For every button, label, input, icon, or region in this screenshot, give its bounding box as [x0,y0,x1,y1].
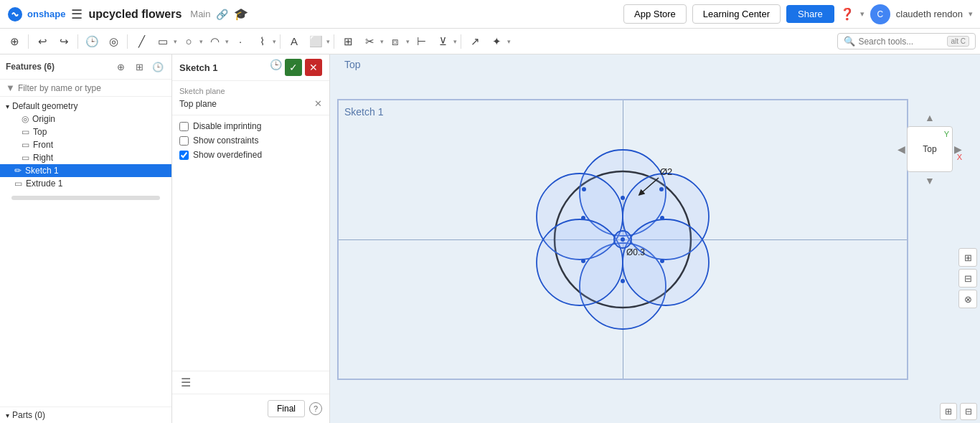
nav-cube-y-label: Y [944,130,949,138]
disable-imprinting-checkbox[interactable] [179,122,189,131]
mirror-tool[interactable]: ⧈ [385,32,405,52]
list-item[interactable]: ▭ Right [0,151,171,164]
trim-dropdown-icon[interactable]: ▾ [380,38,384,45]
rt-btn-1[interactable]: ⊞ [958,248,977,267]
measure-button[interactable]: ◎ [103,32,123,52]
panel-settings-icon[interactable]: ⊞ [131,59,147,75]
arc-tool[interactable]: ◠ [204,32,225,52]
sketch-plane-clear-icon[interactable]: ✕ [314,98,322,109]
trim-tool[interactable]: ✂ [359,32,380,52]
edit-dropdown-icon[interactable]: ▾ [507,38,511,45]
nav-up-icon[interactable]: ▲ [925,112,935,123]
sketch-panel-header: Sketch 1 🕒 ✓ ✕ [172,54,329,81]
list-icon[interactable]: ☰ [178,374,194,391]
final-button[interactable]: Final [268,400,305,417]
circle-tool-group[interactable]: ○ ▾ [179,32,203,52]
show-constraints-option[interactable]: Show constraints [179,136,322,146]
constraint-tool[interactable]: ⊻ [433,32,453,52]
user-menu-chevron-icon[interactable]: ▾ [969,9,973,19]
link-icon[interactable]: 🔗 [216,9,228,20]
panel-clock-icon[interactable]: 🕒 [150,59,166,75]
spline-dropdown-icon[interactable]: ▾ [273,38,276,45]
redo-button[interactable]: ↪ [54,32,74,52]
sketch-clock-icon[interactable]: 🕒 [270,59,282,76]
search-input[interactable] [858,37,944,47]
transform-tool[interactable]: ⬜ [306,32,326,52]
dimension-tool[interactable]: ⊢ [411,32,431,52]
constraint-tool-group[interactable]: ⊻ ▾ [433,32,457,52]
spline-tool[interactable]: ⌇ [252,32,272,52]
app-store-button[interactable]: App Store [623,4,687,24]
history-button[interactable]: 🕒 [82,32,102,52]
list-icon-row: ☰ [172,371,329,394]
parts-header[interactable]: ▾ Parts (0) [0,407,171,423]
nav-down-icon[interactable]: ▼ [925,175,935,186]
sketch1-item[interactable]: ✏ Sketch 1 [0,164,171,177]
constraint-dropdown-icon[interactable]: ▾ [453,38,457,45]
learning-center-button[interactable]: Learning Center [692,4,781,24]
list-item[interactable]: ▭ Front [0,138,171,151]
top-plane-icon: ▭ [22,127,29,137]
list-item[interactable]: ▭ Top [0,125,171,138]
mirror-dropdown-icon[interactable]: ▾ [406,38,410,45]
transform2-tool[interactable]: ↗ [465,32,485,52]
arc-tool-group[interactable]: ◠ ▾ [204,32,229,52]
line-tool[interactable]: ╱ [131,32,151,52]
select-tool[interactable]: ⊕ [4,32,24,52]
svg-point-10 [621,196,625,200]
add-feature-icon[interactable]: ⊕ [113,59,128,75]
graduation-icon[interactable]: 🎓 [234,7,248,21]
sketch-ok-button[interactable]: ✓ [285,59,302,76]
circle-tool[interactable]: ○ [179,32,199,52]
help-icon[interactable]: ❓ [840,7,854,21]
nav-cube-box[interactable]: Top X Y [907,126,953,172]
circle-dropdown-icon[interactable]: ▾ [199,38,203,45]
scrollbar-h[interactable] [11,196,160,200]
rect-tool-group[interactable]: ▭ ▾ [153,32,177,52]
top-label: Top [33,127,47,137]
rect-tool[interactable]: ▭ [153,32,173,52]
share-button[interactable]: Share [786,5,834,23]
text-tool[interactable]: A [284,32,304,52]
extrude1-item[interactable]: ▭ Extrude 1 [0,177,171,190]
rt-btn-2[interactable]: ⊟ [958,269,977,287]
svg-point-9 [621,237,625,242]
show-overdefined-option[interactable]: Show overdefined [179,150,322,160]
nav-left-icon[interactable]: ◀ [897,143,905,155]
user-name[interactable]: claudeth rendon [896,9,963,19]
arc-dropdown-icon[interactable]: ▾ [225,38,229,45]
avatar[interactable]: C [870,4,890,24]
trim-tool-group[interactable]: ✂ ▾ [359,32,384,52]
disable-imprinting-option[interactable]: Disable imprinting [179,121,322,131]
show-overdefined-checkbox[interactable] [179,151,189,160]
rt-btn-3[interactable]: ⊗ [958,290,977,308]
sketch-cancel-button[interactable]: ✕ [305,59,322,76]
origin-icon: ◎ [22,114,29,124]
filter-input[interactable] [18,83,166,93]
sketch-panel: Sketch 1 🕒 ✓ ✕ Sketch plane Top plane ✕ … [172,54,330,423]
extrude1-label: Extrude 1 [26,179,62,189]
line-tool-group[interactable]: ╱ [131,32,151,52]
sketch-panel-title: Sketch 1 [179,62,217,73]
bt-btn-2[interactable]: ⊟ [960,403,977,420]
menu-icon[interactable]: ☰ [71,6,83,22]
point-tool[interactable]: · [230,32,250,52]
edit-tool-group[interactable]: ✦ ▾ [486,32,511,52]
undo-button[interactable]: ↩ [32,32,52,52]
edit-tool[interactable]: ✦ [486,32,507,52]
default-geometry-header[interactable]: ▾ Default geometry [0,100,171,113]
help-button[interactable]: ? [309,402,322,415]
list-item[interactable]: ◎ Origin [0,113,171,125]
transform-dropdown-icon[interactable]: ▾ [326,38,330,45]
mirror-tool-group[interactable]: ⧈ ▾ [385,32,410,52]
transform-tool-group[interactable]: ⬜ ▾ [306,32,330,52]
rect-dropdown-icon[interactable]: ▾ [174,38,177,45]
sketch-plane-value-row: Top plane ✕ [179,98,322,109]
bt-btn-1[interactable]: ⊞ [940,403,957,420]
align-tool[interactable]: ⊞ [338,32,358,52]
show-constraints-checkbox[interactable] [179,136,189,146]
left-panel: Features (6) ⊕ ⊞ 🕒 ▼ ▾ Default geometry … [0,54,172,423]
spline-tool-group[interactable]: ⌇ ▾ [252,32,276,52]
svg-point-11 [621,279,625,283]
help-chevron-icon[interactable]: ▾ [860,9,864,19]
